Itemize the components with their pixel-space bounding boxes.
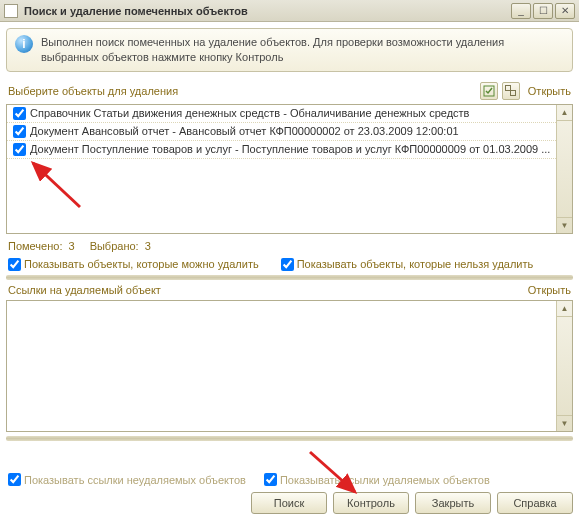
list-item-label: Документ Авансовый отчет - Авансовый отч… [30, 125, 459, 137]
annotation-arrow-icon [25, 157, 105, 217]
maximize-button[interactable]: ☐ [533, 3, 553, 19]
search-button[interactable]: Поиск [251, 492, 327, 514]
info-icon: i [15, 35, 33, 53]
window-title: Поиск и удаление помеченных объектов [24, 5, 509, 17]
list-item-label: Документ Поступление товаров и услуг - П… [30, 143, 550, 155]
info-banner-text: Выполнен поиск помеченных на удаление об… [41, 35, 564, 65]
selected-label: Выбрано: [90, 240, 139, 252]
show-deletable-checkbox[interactable]: Показывать объекты, которые можно удалит… [8, 258, 259, 271]
minimize-button[interactable]: _ [511, 3, 531, 19]
show-nondel-links-checkbox[interactable]: Показывать ссылки неудаляемых объектов [8, 473, 246, 486]
scroll-down-icon[interactable]: ▼ [557, 217, 572, 233]
control-button[interactable]: Контроль [333, 492, 409, 514]
list-item-checkbox[interactable] [13, 107, 26, 120]
scrollbar[interactable]: ▲ ▼ [556, 105, 572, 233]
svg-rect-1 [505, 85, 510, 90]
open-selection-link[interactable]: Открыть [528, 85, 571, 97]
close-window-button[interactable]: ✕ [555, 3, 575, 19]
list-item-label: Справочник Статьи движения денежных сред… [30, 107, 469, 119]
list-item[interactable]: Документ Поступление товаров и услуг - П… [7, 141, 556, 159]
uncheck-all-icon[interactable] [502, 82, 520, 100]
selection-label: Выберите объекты для удаления [8, 85, 178, 97]
list-item-checkbox[interactable] [13, 125, 26, 138]
scroll-up-icon[interactable]: ▲ [557, 105, 572, 121]
help-button[interactable]: Справка [497, 492, 573, 514]
separator [6, 436, 573, 441]
footer-options: Показывать ссылки неудаляемых объектов П… [6, 473, 573, 492]
scrollbar[interactable]: ▲ ▼ [556, 301, 572, 431]
list-item-checkbox[interactable] [13, 143, 26, 156]
info-banner: i Выполнен поиск помеченных на удаление … [6, 28, 573, 72]
list-item[interactable]: Документ Авансовый отчет - Авансовый отч… [7, 123, 556, 141]
titlebar: Поиск и удаление помеченных объектов _ ☐… [0, 0, 579, 22]
app-icon [4, 4, 18, 18]
filter-row: Показывать объекты, которые можно удалит… [0, 256, 579, 275]
scroll-up-icon[interactable]: ▲ [557, 301, 572, 317]
refs-label: Ссылки на удаляемый объект [8, 284, 161, 296]
marked-count: 3 [68, 240, 74, 252]
object-list: Справочник Статьи движения денежных сред… [6, 104, 573, 234]
check-all-icon[interactable] [480, 82, 498, 100]
refs-header: Ссылки на удаляемый объект Открыть [0, 280, 579, 298]
scroll-down-icon[interactable]: ▼ [557, 415, 572, 431]
status-row: Помечено: 3 Выбрано: 3 [0, 238, 579, 256]
button-row: Поиск Контроль Закрыть Справка [6, 492, 573, 514]
marked-label: Помечено: [8, 240, 62, 252]
svg-rect-2 [510, 90, 515, 95]
selection-header: Выберите объекты для удаления Открыть [0, 78, 579, 102]
refs-list: ▲ ▼ [6, 300, 573, 432]
selected-count: 3 [145, 240, 151, 252]
show-not-deletable-checkbox[interactable]: Показывать объекты, которые нельзя удали… [281, 258, 534, 271]
show-del-links-checkbox[interactable]: Показывать ссылки удаляемых объектов [264, 473, 490, 486]
close-button[interactable]: Закрыть [415, 492, 491, 514]
list-item[interactable]: Справочник Статьи движения денежных сред… [7, 105, 556, 123]
footer: Показывать ссылки неудаляемых объектов П… [0, 469, 579, 518]
open-refs-link[interactable]: Открыть [528, 284, 571, 296]
